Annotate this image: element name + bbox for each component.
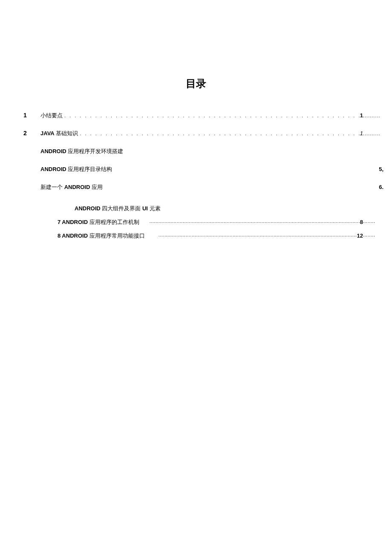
toc-number: 1 — [23, 112, 40, 119]
toc-label: 8 ANDROID 应用程序常用功能接口 — [58, 232, 145, 240]
toc-label: 7 ANDROID 应用程序的工作机制 — [58, 218, 139, 226]
toc-trailing-dots: .......... — [363, 113, 383, 118]
toc-entry: 8 ANDROID 应用程序常用功能接口 ···················… — [23, 232, 383, 240]
toc-leader-dots: ········································… — [157, 233, 357, 238]
toc-label: 小结要点 — [40, 112, 63, 119]
table-of-contents: 1 小结要点 . . . . . . . . . . . . . . . . .… — [0, 112, 392, 240]
toc-page: 1 — [360, 130, 363, 137]
toc-leader-dots: ········································… — [148, 220, 360, 225]
toc-entry: 7 ANDROID 应用程序的工作机制 ····················… — [23, 218, 383, 226]
toc-entry: ANDROID 应用程序开发环境搭建 — [23, 148, 383, 155]
toc-page: 6. — [379, 184, 383, 190]
toc-trailing-dots: ········ — [363, 233, 383, 238]
toc-page: 12 — [357, 232, 363, 239]
toc-entry: 新建一个 ANDROID 应用 . . . . . . . . . . . . … — [23, 183, 383, 191]
toc-page: 8 — [360, 219, 363, 225]
toc-trailing-dots: ········ — [363, 220, 383, 225]
toc-page: 1 — [360, 112, 363, 119]
toc-label: 新建一个 ANDROID 应用 — [40, 183, 103, 191]
page-title: 目录 — [0, 77, 392, 90]
toc-label: JAVA 基础知识 — [40, 130, 78, 137]
toc-page: 5, — [379, 166, 383, 172]
toc-leader-dots: . . . . . . . . . . . . . . . . . . . . … — [78, 131, 360, 136]
toc-leader-dots: . . . . . . . . . . . . . . . . . . . . … — [63, 113, 360, 118]
toc-entry: ANDROID 四大组件及界面 UI 元素 — [23, 205, 383, 212]
toc-label: ANDROID 应用程序开发环境搭建 — [40, 148, 123, 155]
toc-entry: 2 JAVA 基础知识 . . . . . . . . . . . . . . … — [23, 130, 383, 137]
toc-trailing-dots: .......... — [363, 131, 383, 136]
toc-label: ANDROID 四大组件及界面 UI 元素 — [75, 205, 161, 212]
toc-number: 2 — [23, 130, 40, 137]
toc-label: ANDROID 应用程序目录结构 — [40, 166, 112, 173]
toc-entry: ANDROID 应用程序目录结构 . . . . . . . . . . . .… — [23, 166, 383, 173]
toc-entry: 1 小结要点 . . . . . . . . . . . . . . . . .… — [23, 112, 383, 119]
